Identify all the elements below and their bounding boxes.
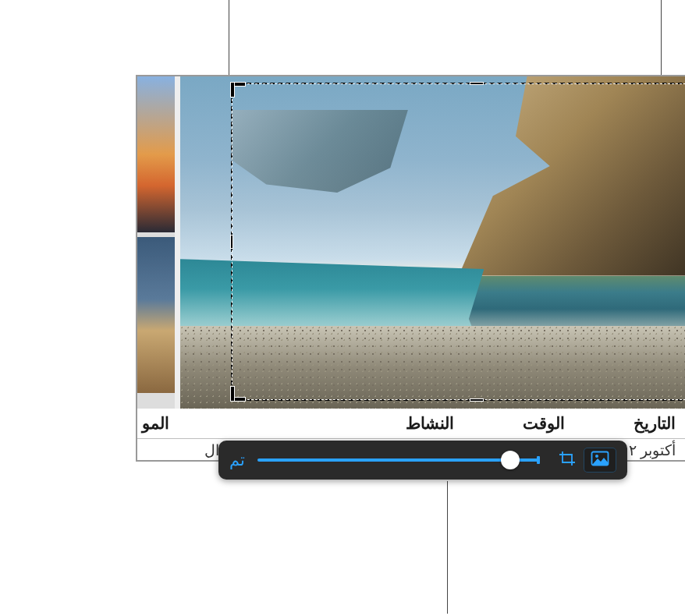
editor-window: التاريخ الوقت النشاط المو أكتوبر ٢ شرم ا… (136, 75, 685, 462)
svg-point-1 (595, 455, 598, 458)
thumbnail-image[interactable] (137, 76, 175, 232)
column-activity[interactable]: النشاط (406, 414, 454, 433)
thumbnail-image[interactable] (137, 237, 175, 393)
zoom-slider[interactable] (257, 458, 538, 462)
crop-toolbar: تم (218, 441, 627, 480)
column-headers: التاريخ الوقت النشاط المو (137, 409, 685, 438)
thumbnail-strip (137, 76, 175, 409)
column-location[interactable]: المو (142, 414, 169, 433)
slider-end-tick (537, 456, 540, 464)
column-time[interactable]: الوقت (523, 414, 565, 433)
crop-icon (558, 451, 577, 469)
slider-knob[interactable] (501, 451, 520, 469)
photo-content (180, 76, 685, 409)
image-mode-button[interactable] (584, 448, 616, 473)
mode-segmented-control (551, 448, 616, 473)
main-photo[interactable] (180, 76, 685, 409)
column-date[interactable]: التاريخ (634, 414, 676, 433)
callout-line-tr (661, 0, 662, 78)
callout-line-slider (447, 481, 448, 614)
cell-date: أكتوبر ٢ (629, 441, 676, 459)
done-button[interactable]: تم (229, 451, 245, 469)
image-icon (591, 451, 609, 469)
crop-mode-button[interactable] (551, 448, 584, 473)
slider-track (257, 458, 538, 462)
